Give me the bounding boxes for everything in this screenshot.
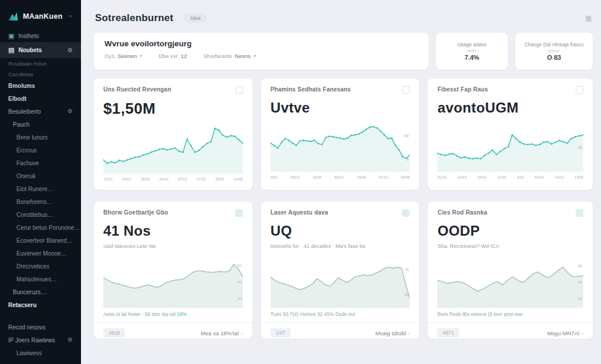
chart-card-detail-1: Bhorw Goetbartje Gbo 41 Nos cied stacece… xyxy=(94,202,252,339)
logo[interactable]: MAanKuen ™ xyxy=(0,7,81,29)
stat-card-usage[interactable]: Usage states wdef 7.4% xyxy=(436,33,508,70)
status-badge: Idea xyxy=(184,13,207,23)
y-axis-labels: 484508 xyxy=(578,257,582,307)
y-axis-labels: 504030 xyxy=(237,257,242,307)
page-title: Sotrealenburnet xyxy=(95,12,173,24)
kpi-subtitle: Sha. Recorineso? Wd ICA xyxy=(437,243,583,249)
expand-icon[interactable] xyxy=(576,86,583,94)
top-row: Wvrue evoilortorgjeurg Oy1 Seerein ▾ Dbe… xyxy=(94,33,593,70)
sidebar-item[interactable]: Mahsolevues… xyxy=(0,273,81,285)
sidebar-item[interactable]: Lawiwevs xyxy=(0,346,81,359)
dashboard-icon: ▣ xyxy=(8,33,14,39)
sidebar-item[interactable]: Fachuve xyxy=(0,157,81,169)
chart-card-detail-3: Cies Rod Rasnka OODP Sha. Recorineso? Wd… xyxy=(428,202,593,339)
filter-card-title: Wvrue evoilortorgjeurg xyxy=(104,39,418,48)
sidebar-item[interactable]: Elbodt xyxy=(0,92,81,105)
footer-link[interactable]: Msaig tdrubl› xyxy=(376,330,410,336)
x-axis-labels: 10434043364344436743474338431448 xyxy=(103,177,243,181)
sidebar-item[interactable]: Bene lunurs xyxy=(0,131,81,144)
chart-caption: Tues 50.7(4) Homes 32 45% Dvds our xyxy=(271,311,410,317)
sidebar: MAanKuen ™ ▣ Insthets ▤ Noubets ⚙ Roudwa… xyxy=(0,0,81,364)
sidebar-item-insights[interactable]: ▣ Insthets xyxy=(0,29,81,42)
chevron-right-icon: › xyxy=(582,330,583,336)
sidebar-item[interactable]: Cerur betus Porunone… xyxy=(0,221,81,234)
expand-icon[interactable] xyxy=(235,86,243,94)
kpi-value: Uvtve xyxy=(271,100,410,116)
sidebar-item[interactable]: Bmolums xyxy=(0,79,81,92)
export-icon[interactable] xyxy=(402,209,410,217)
export-icon[interactable] xyxy=(576,209,583,217)
gear-icon[interactable]: ⚙ xyxy=(67,108,73,114)
page-header: Sotrealenburnet Idea ▦ xyxy=(94,0,593,33)
sidebar-item[interactable]: Boneforens… xyxy=(0,195,81,208)
caption-link[interactable]: 18% xyxy=(177,311,187,317)
filter-dropdown-3[interactable]: Shorbearits Nesns ▾ xyxy=(204,53,256,59)
area-chart: 504030 xyxy=(103,255,243,308)
sidebar-item[interactable]: IP Joers Rawtews ⚙ xyxy=(0,334,81,346)
kpi-value: 41 Nos xyxy=(103,223,243,239)
card-title: Laser Aquestu dava xyxy=(271,209,328,216)
card-title: Fibesst Fap Raus xyxy=(437,86,488,93)
sidebar-item[interactable]: Elot Runere… xyxy=(0,182,81,195)
sidebar-item-reports-active[interactable]: ▤ Noubets ⚙ xyxy=(0,42,81,58)
sidebar-item[interactable]: Recod nesovs xyxy=(0,321,81,334)
footer-link[interactable]: Msgu MN7Al› xyxy=(547,330,583,336)
sidebar-item[interactable]: Euverwer Moooe… xyxy=(0,247,81,260)
footer-badge: 4971 xyxy=(437,328,459,338)
logo-trademark: ™ xyxy=(68,15,72,19)
card-title: Uns Ruected Revengan xyxy=(103,86,171,93)
sidebar-item[interactable]: Besuleiberto ⚙ xyxy=(0,105,81,118)
sidebar-item[interactable]: Oneruk xyxy=(0,169,81,182)
sidebar-item[interactable]: Constitebus… xyxy=(0,208,81,221)
sidebar-item[interactable]: Ecoverteor Blanerd… xyxy=(0,234,81,247)
y-axis-labels: 40 xyxy=(578,124,582,171)
line-chart: 888 xyxy=(271,121,410,172)
chevron-down-icon: ▾ xyxy=(140,53,142,59)
chart-card-detail-2: Laser Aquestu dava UQ tovscehs for · 41 … xyxy=(261,202,420,339)
chart-caption: Burs Reds IBs esexos (5 teer pest war xyxy=(437,311,583,317)
kpi-value: OODP xyxy=(437,223,583,239)
x-axis-labels: 953054336458643454847434548 xyxy=(271,175,410,179)
chart-row-1: Uns Ruected Revengan $1,50M 104340433643… xyxy=(94,79,593,190)
gear-icon[interactable]: ⚙ xyxy=(67,337,73,343)
kpi-value: $1,50M xyxy=(103,100,243,118)
card-title: Bhorw Goetbartje Gbo xyxy=(103,209,168,216)
kpi-value: avontoUGM xyxy=(437,100,583,116)
sidebar-item[interactable]: Bunceruzs… xyxy=(0,285,81,298)
gear-icon[interactable]: ⚙ xyxy=(67,47,73,53)
area-chart: 484508 xyxy=(437,255,583,308)
filter-bar: Oy1 Seerein ▾ Dbe vvr 12 Shorbearits Nes… xyxy=(104,53,418,59)
y-axis-labels: 888 xyxy=(404,124,409,171)
footer-link[interactable]: Mea sa 18%'tal› xyxy=(201,330,243,336)
main-content: Sotrealenburnet Idea ▦ Wvrue evoilortorg… xyxy=(81,0,601,364)
kpi-value: UQ xyxy=(271,223,410,239)
chart-card-rates: Fibesst Fap Raus avontoUGM 40 5340344334… xyxy=(428,79,593,190)
kpi-subtitle: tovscehs for · 41 decades · Ma's fase ka xyxy=(271,243,410,249)
line-chart: 40 xyxy=(437,121,583,172)
sidebar-item[interactable]: Drecrvebces xyxy=(0,260,81,273)
sidebar-item[interactable]: Retacseru xyxy=(0,298,81,311)
sidebar-item[interactable]: Roudwan Houn xyxy=(0,58,81,69)
stat-card-change[interactable]: Change Dal Hinsaja fravco sause O 83 xyxy=(515,33,593,70)
area-chart: 7658 xyxy=(271,255,410,308)
filter-dropdown-2[interactable]: Dbe vvr 12 xyxy=(158,53,187,59)
filter-card: Wvrue evoilortorgjeurg Oy1 Seerein ▾ Dbe… xyxy=(94,33,428,70)
apps-grid-icon[interactable]: ▦ xyxy=(585,14,592,22)
expand-icon[interactable] xyxy=(402,86,410,94)
footer-badge: 4829 xyxy=(103,328,125,338)
sidebar-item[interactable]: Ercrous xyxy=(0,144,81,157)
chart-card-sessions: Phamins Sedhats Fanesans Uvtve 888 95305… xyxy=(261,79,420,190)
export-icon[interactable] xyxy=(235,209,243,217)
logo-text: MAanKuen xyxy=(23,12,63,21)
kpi-subtitle: cied staceces Lete rite xyxy=(103,243,243,249)
filter-dropdown-1[interactable]: Oy1 Seerein ▾ xyxy=(104,53,142,59)
sidebar-item[interactable]: Pauch xyxy=(0,118,81,131)
sidebar-item[interactable]: Cacoletas xyxy=(0,69,81,79)
y-axis-labels: 7658 xyxy=(404,257,409,307)
chevron-right-icon: › xyxy=(408,330,410,336)
card-title: Cies Rod Rasnka xyxy=(437,209,487,216)
logo-icon xyxy=(8,12,19,21)
reports-icon: ▤ xyxy=(8,47,14,53)
x-axis-labels: 5340344334641434443534074431455 xyxy=(437,175,583,179)
chevron-down-icon: ▾ xyxy=(254,53,256,59)
